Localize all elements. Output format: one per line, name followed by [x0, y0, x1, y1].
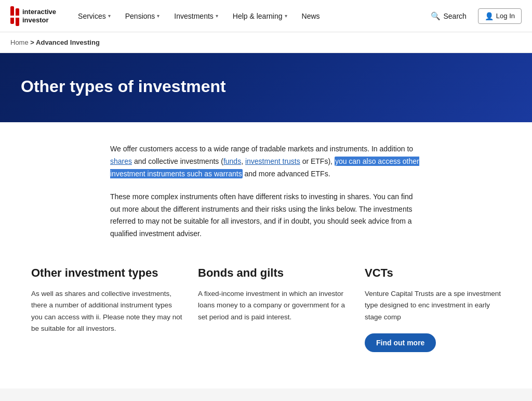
card-other-investment-types: Other investment types As well as shares… — [31, 261, 182, 357]
card-body: As well as shares and collective investm… — [31, 288, 182, 334]
find-out-more-button[interactable]: Find out more — [365, 333, 436, 352]
hero-banner: Other types of investment — [0, 53, 532, 122]
card-title: Bonds and gilts — [198, 266, 349, 280]
breadcrumb: Home > Advanced Investing — [0, 32, 532, 53]
main-navigation: interactive investor Services ▾ Pensions… — [0, 0, 532, 32]
nav-right: 🔍 Search 👤 Log In — [425, 8, 522, 24]
cards-section: Other investment types As well as shares… — [21, 261, 511, 357]
site-logo[interactable]: interactive investor — [10, 6, 56, 26]
login-button[interactable]: 👤 Log In — [478, 8, 522, 24]
intro-paragraph-1: We offer customers access to a wide rang… — [110, 143, 422, 180]
chevron-down-icon: ▾ — [108, 13, 111, 19]
card-title: VCTs — [365, 266, 501, 280]
card-vcts: VCTs Venture Capital Trusts are a spe in… — [365, 261, 501, 357]
breadcrumb-home[interactable]: Home — [10, 38, 29, 46]
nav-item-news[interactable]: News — [296, 8, 326, 24]
card-title: Other investment types — [31, 266, 182, 280]
intro-paragraph-2: These more complex instruments often hav… — [110, 191, 422, 240]
nav-item-help-learning[interactable]: Help & learning ▾ — [227, 8, 294, 24]
nav-item-services[interactable]: Services ▾ — [72, 8, 117, 24]
funds-link[interactable]: funds — [223, 157, 241, 165]
nav-links: Services ▾ Pensions ▾ Investments ▾ Help… — [72, 8, 425, 24]
intro-section: We offer customers access to a wide rang… — [110, 143, 422, 240]
chevron-down-icon: ▾ — [216, 13, 218, 19]
page-title: Other types of investment — [21, 76, 511, 96]
breadcrumb-current: Advanced Investing — [36, 38, 100, 46]
chevron-down-icon: ▾ — [157, 13, 159, 19]
investment-trusts-link[interactable]: investment trusts — [245, 157, 300, 165]
main-content: We offer customers access to a wide rang… — [0, 122, 532, 388]
card-bonds-and-gilts: Bonds and gilts A fixed-income investmen… — [198, 261, 349, 357]
card-body: A fixed-income investment in which an in… — [198, 288, 349, 323]
logo-text: interactive investor — [22, 8, 56, 24]
user-icon: 👤 — [485, 12, 494, 20]
nav-item-investments[interactable]: Investments ▾ — [168, 8, 224, 24]
nav-item-pensions[interactable]: Pensions ▾ — [119, 8, 166, 24]
card-body: Venture Capital Trusts are a spe investm… — [365, 288, 501, 323]
shares-link[interactable]: shares — [110, 157, 132, 165]
search-icon: 🔍 — [431, 11, 441, 21]
chevron-down-icon: ▾ — [285, 13, 287, 19]
search-button[interactable]: 🔍 Search — [425, 8, 471, 24]
